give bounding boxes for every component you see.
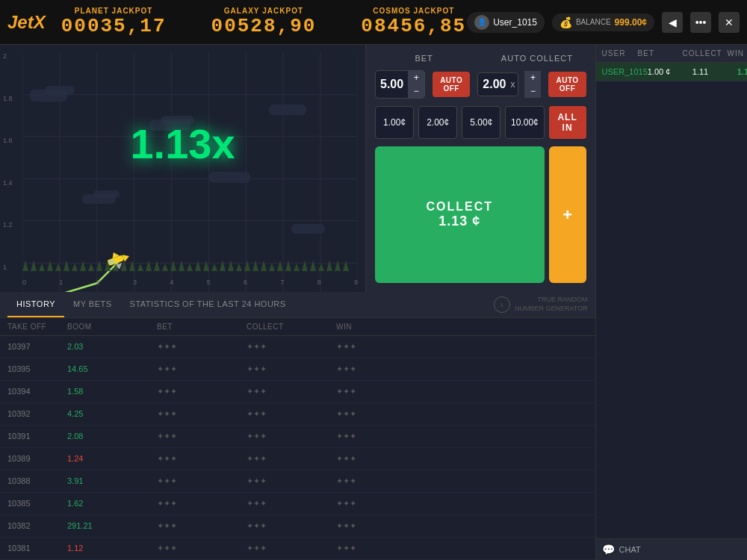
cell-boom: 1.24 [67, 454, 157, 464]
quick-bet-3[interactable]: 5.00¢ [462, 106, 500, 139]
chat-bar[interactable]: 💬 CHAT [596, 538, 747, 560]
tree-4 [47, 261, 53, 271]
y-label-14: 1.4 [3, 179, 13, 187]
tree-11 [105, 261, 111, 271]
logo: JetX [7, 12, 46, 33]
auto-increment-button[interactable]: + [524, 71, 541, 84]
collect-plus-button[interactable]: + [549, 146, 586, 283]
bet-panel: BET AUTO COLLECT 5.00 + − AUTOOFF [366, 45, 595, 292]
cell-collect: ✦✦✦ [247, 432, 336, 441]
table-row: 10394 1.58 ✦✦✦ ✦✦✦ ✦✦✦ [0, 381, 595, 403]
users-col-win: WIN [728, 49, 747, 57]
cell-takeoff: 10389 [7, 454, 67, 464]
cell-collect: ✦✦✦ [247, 342, 336, 352]
table-row: 10391 2.08 ✦✦✦ ✦✦✦ ✦✦✦ [0, 426, 595, 448]
cell-bet: ✦✦✦ [157, 454, 247, 464]
cell-bet: ✦✦✦ [157, 409, 247, 419]
game-area: 1.13x 1 1.2 1.4 1.6 1.8 2 0 1 2 3 4 [0, 45, 595, 292]
cell-win: ✦✦✦ [336, 499, 426, 508]
tree-31 [269, 264, 275, 271]
tab-statistics[interactable]: STATISTICS OF THE LAST 24 HOURS [121, 292, 295, 317]
cell-collect: ✦✦✦ [247, 364, 336, 374]
tree-34 [294, 264, 300, 271]
x-label-8: 8 [317, 279, 321, 286]
bet-controls-row: 5.00 + − AUTOOFF 2.00 x [375, 70, 586, 99]
col-bet: BET [157, 323, 247, 331]
cell-win: ✦✦✦ [336, 364, 426, 374]
cell-boom: 14.65 [67, 364, 157, 374]
collect-label: COLLECT [427, 200, 494, 214]
jackpot-cosmos-value: 08456,85 [361, 15, 466, 37]
tree-30 [261, 261, 267, 271]
cell-win: ✦✦✦ [336, 476, 426, 486]
balance-coin-icon: 💰 [560, 16, 572, 28]
collect-button[interactable]: COLLECT 1.13 ¢ [375, 146, 545, 283]
tree-5 [55, 264, 61, 271]
cell-win: ✦✦✦ [336, 387, 426, 396]
cell-win: ✦✦✦ [336, 409, 426, 419]
y-label-12: 1.2 [3, 221, 13, 228]
tree-16 [146, 261, 152, 271]
cell-win: ✦✦✦ [336, 454, 426, 464]
tree-20 [179, 261, 185, 271]
cell-bet: ✦✦✦ [157, 342, 247, 352]
tree-32 [277, 261, 283, 271]
x-label-6: 6 [244, 279, 247, 286]
nav-close-button[interactable]: ✕ [719, 12, 740, 33]
bet-increment-button[interactable]: + [408, 71, 424, 84]
cell-bet: ✦✦✦ [157, 544, 247, 553]
tree-12 [113, 264, 119, 271]
nav-back-button[interactable]: ◀ [662, 12, 683, 33]
table-row: 10389 1.24 ✦✦✦ ✦✦✦ ✦✦✦ [0, 448, 595, 470]
tree-17 [154, 261, 160, 271]
cell-bet: ✦✦✦ [157, 476, 247, 486]
x-label-9: 9 [354, 279, 358, 286]
quick-bet-4[interactable]: 10.00¢ [505, 106, 544, 139]
tree-39 [335, 261, 341, 271]
left-panel: 1.13x 1 1.2 1.4 1.6 1.8 2 0 1 2 3 4 [0, 45, 595, 560]
cell-boom: 1.62 [67, 499, 157, 508]
auto-decrement-button[interactable]: − [524, 84, 541, 98]
cell-collect: ✦✦✦ [247, 454, 336, 464]
tree-27 [236, 264, 242, 271]
tab-my-bets[interactable]: MY BETS [64, 292, 121, 317]
auto-collect-off-button[interactable]: AUTOOFF [548, 72, 586, 97]
balance-value: 999.00¢ [615, 17, 647, 28]
col-takeoff: TAKE OFF [7, 323, 67, 331]
tree-1 [22, 261, 28, 271]
table-row: 10397 2.03 ✦✦✦ ✦✦✦ ✦✦✦ [0, 336, 595, 358]
quick-bet-2[interactable]: 2.00¢ [418, 106, 457, 139]
all-in-button[interactable]: ALL IN [549, 106, 586, 139]
logo-text-x: X [34, 12, 46, 32]
table-row: 10388 3.91 ✦✦✦ ✦✦✦ ✦✦✦ [0, 470, 595, 493]
cell-collect: ✦✦✦ [247, 476, 336, 486]
cell-win: ✦✦✦ [336, 521, 426, 531]
cell-boom: 3.91 [67, 476, 157, 486]
cell-takeoff: 10394 [7, 387, 67, 396]
cell-collect: ✦✦✦ [247, 409, 336, 419]
x-label-5: 5 [207, 279, 211, 286]
jackpot-planet: PLANET JACKPOT 00035,17 [61, 7, 167, 37]
cell-takeoff: 10381 [7, 544, 67, 553]
tree-38 [326, 261, 332, 271]
nav-dots-button[interactable]: ••• [690, 12, 711, 33]
tree-22 [195, 261, 201, 271]
quick-bet-1[interactable]: 1.00¢ [375, 106, 414, 139]
auto-value-group: 2.00 x [477, 72, 518, 96]
cell-takeoff: 10382 [7, 521, 67, 531]
col-boom: BOOM [67, 323, 157, 331]
cell-takeoff: 10395 [7, 364, 67, 374]
auto-collect-group: 2.00 x + − [477, 71, 541, 98]
y-label-18: 1.8 [3, 95, 13, 102]
user-row-win: 1.11 ¢ [737, 67, 747, 76]
table-row: 10395 14.65 ✦✦✦ ✦✦✦ ✦✦✦ [0, 358, 595, 381]
chat-label: CHAT [619, 545, 641, 554]
cell-win: ✦✦✦ [336, 544, 426, 553]
bet-auto-off-button[interactable]: AUTOOFF [433, 72, 470, 97]
user-rows-container: USER_1015 1.00 ¢ 1.11 1.11 ¢ [596, 63, 747, 81]
cell-collect: ✦✦✦ [247, 521, 336, 531]
jackpot-cosmos: COSMOS JACKPOT 08456,85 [361, 7, 466, 37]
bet-decrement-button[interactable]: − [408, 84, 424, 98]
tab-history[interactable]: HISTORY [7, 292, 64, 317]
tree-2 [31, 261, 37, 271]
